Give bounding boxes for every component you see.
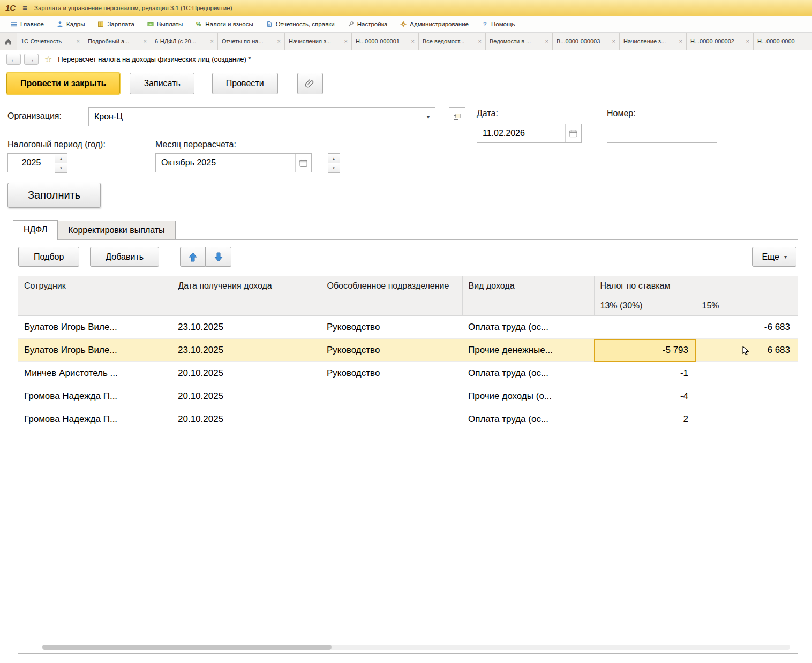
- chevron-down-icon[interactable]: ▾: [423, 114, 430, 120]
- menu-item-zarplata[interactable]: Зарплата: [91, 18, 140, 30]
- add-button[interactable]: Добавить: [90, 247, 159, 267]
- people-icon: [57, 21, 63, 27]
- forward-button[interactable]: →: [24, 54, 39, 65]
- workspace-tab[interactable]: Отчеты по на...×: [218, 33, 285, 50]
- cell-income-type[interactable]: Оплата труда (ос...: [462, 362, 594, 385]
- tab-close-icon[interactable]: ×: [210, 38, 214, 44]
- home-tab[interactable]: [0, 33, 17, 50]
- calendar-icon[interactable]: [295, 154, 311, 172]
- table-row[interactable]: Громова Надежда П... 20.10.2025 Прочие д…: [18, 385, 798, 408]
- cell-rate13[interactable]: 2: [594, 408, 696, 431]
- cell-division[interactable]: Руководство: [321, 362, 462, 385]
- menu-item-pomoshch[interactable]: ? Помощь: [475, 18, 521, 30]
- cell-rate13[interactable]: -1: [594, 362, 696, 385]
- workspace-tab[interactable]: Начисления з...×: [285, 33, 352, 50]
- save-button[interactable]: Записать: [130, 73, 194, 94]
- more-button[interactable]: Еще ▾: [752, 247, 796, 267]
- favorite-star-icon[interactable]: ☆: [44, 54, 52, 64]
- cell-income-type[interactable]: Оплата труда (ос...: [462, 408, 594, 431]
- tab-close-icon[interactable]: ×: [545, 38, 548, 44]
- attachments-button[interactable]: [297, 73, 323, 94]
- cell-income-date[interactable]: 23.10.2025: [172, 339, 321, 362]
- date-input[interactable]: 11.02.2026: [477, 124, 582, 143]
- cell-income-type[interactable]: Оплата труда (ос...: [462, 316, 594, 339]
- cell-employee[interactable]: Громова Надежда П...: [18, 385, 172, 408]
- cell-income-date[interactable]: 20.10.2025: [172, 362, 321, 385]
- tab-close-icon[interactable]: ×: [144, 38, 147, 44]
- workspace-tab[interactable]: 6-НДФЛ (с 20...×: [151, 33, 218, 50]
- workspace-tab[interactable]: Начисление з...×: [620, 33, 687, 50]
- cell-employee[interactable]: Громова Надежда П...: [18, 408, 172, 431]
- cell-rate15[interactable]: -6 683: [696, 316, 798, 339]
- tab-ndfl[interactable]: НДФЛ: [13, 220, 58, 240]
- tab-close-icon[interactable]: ×: [478, 38, 482, 44]
- menu-item-nastroika[interactable]: Настройка: [341, 18, 394, 30]
- move-up-button[interactable]: [180, 247, 206, 267]
- cell-income-type[interactable]: Прочие доходы (о...: [462, 385, 594, 408]
- cell-rate15[interactable]: [696, 408, 798, 431]
- window-menu-icon[interactable]: ≡: [22, 3, 27, 12]
- menu-item-glavnoe[interactable]: Главное: [4, 18, 50, 30]
- spin-up-icon[interactable]: ▴: [55, 153, 67, 163]
- tab-close-icon[interactable]: ×: [344, 38, 348, 44]
- table-row-selected[interactable]: Булатов Игорь Виле... 23.10.2025 Руковод…: [18, 339, 798, 362]
- number-input[interactable]: [607, 124, 717, 143]
- cell-employee[interactable]: Булатов Игорь Виле...: [18, 316, 172, 339]
- pick-button[interactable]: Подбор: [18, 247, 79, 267]
- table-row[interactable]: Громова Надежда П... 20.10.2025 Оплата т…: [18, 408, 798, 431]
- cell-division[interactable]: Руководство: [321, 339, 462, 362]
- spin-up-icon[interactable]: ▴: [328, 153, 340, 163]
- table-row[interactable]: Булатов Игорь Виле... 23.10.2025 Руковод…: [18, 316, 798, 339]
- menu-item-administrirovanie[interactable]: Администрирование: [394, 18, 475, 30]
- cell-division[interactable]: Руководство: [321, 316, 462, 339]
- scrollbar-thumb[interactable]: [42, 645, 332, 650]
- tab-corrections[interactable]: Корректировки выплаты: [57, 221, 175, 239]
- cell-division[interactable]: [321, 385, 462, 408]
- tab-label: Н...0000-000002: [690, 38, 744, 44]
- post-button[interactable]: Провести: [212, 73, 278, 94]
- menu-item-nalogi[interactable]: % Налоги и взносы: [189, 18, 259, 30]
- tab-close-icon[interactable]: ×: [612, 38, 615, 44]
- workspace-tab[interactable]: Ведомости в ...×: [486, 33, 553, 50]
- spin-down-icon[interactable]: ▾: [328, 163, 340, 173]
- cell-income-date[interactable]: 20.10.2025: [172, 385, 321, 408]
- workspace-tab[interactable]: Подробный а...×: [84, 33, 151, 50]
- tab-close-icon[interactable]: ×: [746, 38, 749, 44]
- menu-item-otchetnost[interactable]: Отчетность, справки: [260, 18, 341, 30]
- tab-close-icon[interactable]: ×: [77, 38, 80, 44]
- cell-rate13-active[interactable]: -5 793: [594, 339, 696, 362]
- tab-close-icon[interactable]: ×: [277, 38, 281, 44]
- workspace-tab[interactable]: Н...0000-000002×: [687, 33, 754, 50]
- cell-rate13[interactable]: -4: [594, 385, 696, 408]
- cell-income-type[interactable]: Прочие денежные...: [462, 339, 594, 362]
- menu-item-kadry[interactable]: Кадры: [50, 18, 91, 30]
- tab-close-icon[interactable]: ×: [411, 38, 415, 44]
- cell-income-date[interactable]: 23.10.2025: [172, 316, 321, 339]
- cell-rate13[interactable]: [594, 316, 696, 339]
- cell-employee[interactable]: Булатов Игорь Виле...: [18, 339, 172, 362]
- workspace-tab[interactable]: Все ведомост...×: [419, 33, 486, 50]
- calendar-icon[interactable]: [565, 124, 581, 142]
- move-down-button[interactable]: [206, 247, 231, 267]
- cell-division[interactable]: [321, 408, 462, 431]
- tab-close-icon[interactable]: ×: [679, 38, 682, 44]
- recalc-month-input[interactable]: Октябрь 2025: [155, 153, 312, 172]
- organization-open-button[interactable]: [449, 107, 465, 126]
- cell-rate15[interactable]: [696, 362, 798, 385]
- post-and-close-button[interactable]: Провести и закрыть: [6, 73, 120, 94]
- fill-button[interactable]: Заполнить: [7, 183, 101, 208]
- cell-income-date[interactable]: 20.10.2025: [172, 408, 321, 431]
- organization-input[interactable]: Крон-Ц ▾: [88, 107, 435, 126]
- horizontal-scrollbar[interactable]: [42, 645, 790, 650]
- workspace-tab[interactable]: 1С-Отчетность×: [17, 33, 84, 50]
- spin-down-icon[interactable]: ▾: [55, 163, 67, 173]
- cell-rate15[interactable]: [696, 385, 798, 408]
- menu-item-vyplaty[interactable]: Выплаты: [141, 18, 190, 30]
- back-button[interactable]: ←: [6, 54, 21, 65]
- workspace-tab[interactable]: Н...0000-0000×: [754, 33, 812, 50]
- cell-employee[interactable]: Минчев Аристотель ...: [18, 362, 172, 385]
- workspace-tab[interactable]: Н...0000-000001×: [352, 33, 419, 50]
- workspace-tab[interactable]: В...0000-000003×: [553, 33, 620, 50]
- tax-period-input[interactable]: 2025: [7, 153, 55, 172]
- table-row[interactable]: Минчев Аристотель ... 20.10.2025 Руковод…: [18, 362, 798, 385]
